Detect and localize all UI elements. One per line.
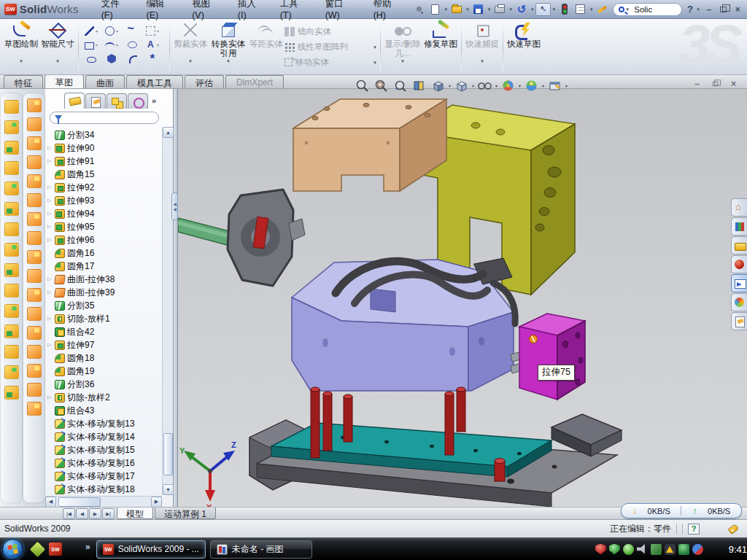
tree-item[interactable]: 切除-放样1 [47,312,162,325]
left-toolbar-icon[interactable] [4,141,19,155]
sketch-entity-button[interactable] [87,55,96,63]
featuremanager-tab[interactable] [64,93,85,109]
section-view-icon[interactable] [410,77,428,94]
tree-item[interactable]: 拉伸92 [47,181,162,194]
left-toolbar-icon[interactable] [4,222,19,236]
trim-entities-button[interactable]: 剪裁实体▼ [172,21,209,73]
repair-sketch-button[interactable]: 修复草图 [422,21,459,73]
quick-launch-icon[interactable] [49,542,62,556]
command-tab[interactable]: 曲面 [85,75,125,88]
zoom-previous-icon[interactable] [391,77,409,94]
save-icon[interactable] [471,3,486,16]
tree-item[interactable]: 拉伸94 [47,207,162,220]
tree-item[interactable]: 圆角15 [47,168,162,181]
tree-item[interactable]: 圆角16 [47,246,162,260]
tray-icon[interactable] [651,544,662,555]
left-toolbar-icon[interactable] [27,193,42,207]
expand-arrow-icon[interactable] [47,158,54,164]
tray-icon[interactable] [637,544,648,555]
tree-item[interactable]: 组合43 [47,404,162,417]
taskbar-task-button[interactable]: 未命名 - 画图 [210,540,312,559]
sketch-entity-button[interactable] [128,54,137,63]
model-side-block-magenta[interactable] [519,314,585,400]
tree-item[interactable]: 实体-移动/复制18 [47,483,162,495]
close-button[interactable]: × [731,4,744,15]
scroll-thumb[interactable] [58,497,101,507]
annotation-pen-icon[interactable] [595,3,610,16]
left-toolbar-icon[interactable] [27,231,42,245]
help-button[interactable]: ? [685,4,695,15]
scroll-down-button[interactable]: ▼ [163,484,174,495]
convert-entities-button[interactable]: 转换实体引用▼ [209,21,248,73]
left-toolbar-icon[interactable] [4,202,19,216]
motion-study-tab[interactable]: 运动算例 1 [155,508,216,519]
left-toolbar-icon[interactable] [27,402,42,416]
first-page-button[interactable]: |◀ [63,508,75,519]
tree-item[interactable]: 曲面-拉伸38 [47,273,162,286]
tree-item[interactable]: 实体-移动/复制17 [47,470,162,483]
tree-item[interactable]: 拉伸97 [47,338,162,351]
tree-item[interactable]: 分割36 [47,378,162,391]
expand-arrow-icon[interactable] [47,289,54,295]
solidworks-resources-tab[interactable] [731,198,747,217]
search-input[interactable]: Solic [634,5,652,14]
minimize-button[interactable]: – [703,4,716,15]
tree-item[interactable]: 圆角17 [47,260,162,273]
sketch-entity-button[interactable] [105,26,118,36]
expand-arrow-icon[interactable] [47,276,54,282]
taskbar-task-button[interactable]: SolidWorks 2009 - ... [96,540,206,559]
left-toolbar-icon[interactable] [4,324,19,338]
left-toolbar-icon[interactable] [4,182,19,195]
tag-icon[interactable] [728,524,740,534]
hide-show-items-icon[interactable] [476,77,494,94]
tree-item[interactable]: 实体-移动/复制14 [47,430,162,443]
tree-item[interactable]: 分割34 [47,128,162,141]
tree-item[interactable]: 曲面-拉伸39 [47,286,162,299]
linear-pattern-button[interactable]: 线性草图阵列▼ [285,41,378,54]
command-tab[interactable]: 特征 [4,75,43,88]
rapid-sketch-button[interactable]: 快速草图 [506,21,542,73]
doc-minimize-button[interactable]: – [690,78,704,89]
previous-page-button[interactable]: ◀ [76,508,88,519]
tree-item[interactable]: 切除-放样2 [47,391,162,404]
left-toolbar-icon[interactable] [27,383,42,397]
tree-horizontal-scrollbar[interactable]: ◀ ▶ [45,496,162,507]
print-icon[interactable] [492,3,507,16]
tree-filter-input[interactable] [50,112,159,124]
left-toolbar-icon[interactable] [27,288,42,302]
expand-arrow-icon[interactable] [47,145,54,151]
tree-item[interactable]: 组合42 [47,325,162,338]
pin-icon[interactable] [412,3,427,16]
model-top-block-tan[interactable] [293,99,446,191]
view-settings-icon[interactable] [546,77,564,94]
mirror-entities-button[interactable]: 镜向实体 [285,26,378,39]
tray-icon[interactable] [706,544,717,555]
tray-icon[interactable] [692,544,703,555]
expand-arrow-icon[interactable] [47,342,54,348]
left-toolbar-icon[interactable] [4,243,19,257]
tree-item[interactable]: 拉伸95 [47,220,162,233]
left-toolbar-icon[interactable] [27,155,42,169]
command-tab[interactable]: DimXpert [225,75,284,88]
sketch-entity-button[interactable] [85,26,98,36]
appearances-scenes-tab[interactable] [731,293,747,311]
edit-appearance-icon[interactable] [499,77,517,94]
left-toolbar-icon[interactable] [27,98,42,112]
expand-arrow-icon[interactable] [47,211,54,217]
tray-icon[interactable] [678,544,689,555]
menu-item[interactable]: 窗口(W) [317,0,365,23]
expand-arrow-icon[interactable] [47,184,54,190]
start-button[interactable] [2,539,23,560]
search-box[interactable]: ▼ Solic [613,3,682,16]
view-orientation-icon[interactable] [429,77,447,94]
tree-item[interactable]: 分割35 [47,299,162,312]
left-toolbar-icon[interactable] [27,307,42,321]
scroll-thumb[interactable] [163,433,173,475]
display-style-icon[interactable] [452,77,471,94]
quick-snaps-button[interactable]: 快速捕捉▼ [464,21,500,73]
menu-item[interactable]: 工具(T) [272,0,317,23]
expand-arrow-icon[interactable] [47,316,54,322]
left-toolbar-icon[interactable] [27,250,42,264]
left-toolbar-icon[interactable] [27,136,42,150]
search-results-tab[interactable] [731,255,747,273]
